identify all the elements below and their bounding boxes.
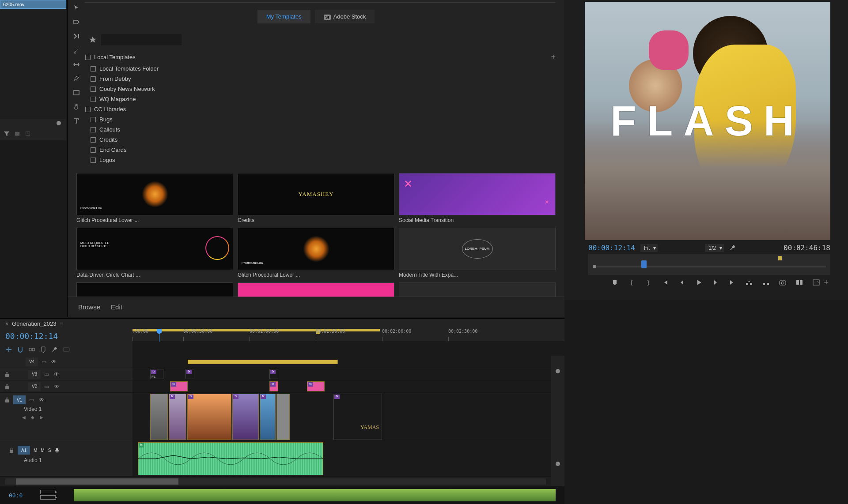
clip[interactable]: fx (170, 381, 188, 391)
goto-out-icon[interactable] (728, 278, 736, 286)
template-item[interactable]: Orange Sherbet Left (399, 282, 556, 297)
clip[interactable] (150, 394, 168, 440)
source-preview[interactable] (74, 489, 556, 501)
tree-item[interactable]: Local Templates Folder (76, 64, 556, 74)
checkbox[interactable] (91, 147, 96, 153)
extract-icon[interactable] (762, 278, 770, 286)
play-icon[interactable] (695, 278, 703, 286)
step-fwd-icon[interactable] (712, 278, 719, 286)
track-toggle-v1[interactable]: V1 (13, 395, 26, 404)
marker-icon[interactable] (40, 346, 47, 353)
track-select-tool[interactable] (72, 18, 81, 26)
export-frame-icon[interactable] (779, 278, 787, 286)
tree-item[interactable]: Callouts (76, 124, 556, 135)
type-tool[interactable] (72, 117, 81, 125)
selection-tool[interactable] (72, 4, 81, 12)
template-item[interactable]: MINIMALBold Minimal Title (76, 282, 233, 297)
prev-keyframe-icon[interactable]: ◀ (22, 415, 26, 420)
rectangle-tool[interactable] (72, 88, 81, 97)
clip[interactable]: fx (269, 381, 278, 391)
eye-icon[interactable]: 👁 (54, 384, 59, 390)
checkbox[interactable] (91, 137, 96, 143)
marker[interactable] (778, 256, 782, 260)
zoom-handle[interactable] (57, 121, 61, 125)
slip-tool[interactable] (72, 60, 81, 69)
playhead-thumb[interactable] (641, 260, 647, 268)
tree-item[interactable]: Logos (76, 155, 556, 165)
in-point[interactable] (593, 265, 596, 268)
current-timecode[interactable]: 00:00:12:14 (588, 244, 635, 252)
clip[interactable]: fx (260, 394, 276, 440)
clip[interactable]: fx (169, 394, 186, 440)
add-folder-icon[interactable]: + (551, 53, 556, 62)
checkbox[interactable] (91, 97, 96, 102)
checkbox[interactable] (85, 107, 91, 112)
razor-tool[interactable] (72, 46, 81, 55)
export-icon[interactable] (25, 131, 31, 137)
solo-button[interactable]: S (48, 448, 51, 453)
step-back-icon[interactable] (678, 278, 686, 286)
resolution-select[interactable]: 1/2 (705, 244, 724, 252)
monitor-timebar[interactable] (588, 254, 830, 275)
tree-item[interactable]: Credits (76, 135, 556, 145)
timeline-playhead[interactable] (159, 329, 159, 342)
tree-item[interactable]: Gooby News Network (76, 84, 556, 94)
filter-icon[interactable] (4, 131, 10, 137)
mute-button[interactable]: M (41, 448, 44, 453)
vscroll-handle[interactable] (556, 462, 560, 466)
lock-icon[interactable] (4, 384, 10, 390)
caption-icon[interactable] (63, 346, 70, 353)
pen-tool[interactable] (72, 74, 81, 83)
add-keyframe-icon[interactable]: ◆ (31, 415, 34, 420)
bracket-out-icon[interactable]: } (644, 278, 652, 286)
tree-local-templates[interactable]: ▾ Local Templates + (76, 51, 556, 64)
checkbox[interactable] (91, 87, 96, 92)
tab-my-templates[interactable]: My Templates (257, 10, 310, 23)
edit-tab[interactable]: Edit (111, 303, 122, 311)
eye-icon[interactable]: 👁 (51, 359, 57, 365)
zoom-select[interactable]: Fit (640, 244, 658, 252)
clip[interactable]: fx (186, 369, 194, 379)
template-item[interactable]: Procedural LowGlitch Procedural Lower ..… (76, 173, 233, 223)
clip[interactable] (276, 394, 290, 440)
track-toggle-v2[interactable]: V2 (28, 382, 41, 391)
new-item-icon[interactable] (14, 131, 20, 137)
lift-icon[interactable] (745, 278, 753, 286)
safe-margins-icon[interactable] (812, 278, 820, 286)
selected-clip[interactable]: 6205.mov (0, 0, 66, 9)
bracket-in-icon[interactable]: { (628, 278, 636, 286)
clip[interactable] (188, 360, 338, 364)
source-timecode[interactable]: 00:0 (9, 492, 23, 499)
audio-clip[interactable]: fx (138, 442, 323, 475)
tree-item[interactable]: Bugs (76, 114, 556, 124)
next-keyframe-icon[interactable]: ▶ (40, 415, 43, 420)
template-item[interactable]: ✕delete later (238, 282, 394, 297)
tree-item[interactable]: From Debby (76, 74, 556, 84)
eye-icon[interactable]: 👁 (54, 371, 59, 377)
track-toggle-v3[interactable]: V3 (28, 370, 41, 379)
snap-icon[interactable] (17, 346, 24, 353)
template-item[interactable]: ✕✕Social Media Transition (399, 173, 556, 223)
favorites-icon[interactable] (89, 36, 97, 44)
sequence-name[interactable]: Generation_2023 (12, 320, 56, 327)
goto-in-icon[interactable] (661, 278, 669, 286)
clip[interactable]: fx (269, 369, 278, 379)
search-input[interactable] (101, 34, 182, 45)
tree-item[interactable]: End Cards (76, 145, 556, 155)
tree-item[interactable]: WQ Magazine (76, 94, 556, 104)
checkbox[interactable] (91, 127, 96, 132)
tree-cc-libraries[interactable]: ▾ CC Libraries (76, 104, 556, 114)
linked-selection-icon[interactable] (28, 346, 35, 353)
mark-in-icon[interactable] (611, 278, 619, 286)
timeline-timecode[interactable]: 00:00:12:14 (0, 329, 132, 343)
insert-icon[interactable] (5, 346, 12, 353)
template-item[interactable]: YAMASHEYCredits (238, 173, 394, 223)
vscroll-handle[interactable] (556, 369, 560, 373)
clip[interactable]: fx (307, 381, 325, 391)
settings-icon[interactable] (51, 346, 58, 353)
tab-adobe-stock[interactable]: StAdobe Stock (315, 10, 375, 23)
insert-overwrite-icon[interactable] (40, 490, 56, 500)
voiceover-icon[interactable] (54, 448, 60, 453)
mute-icon[interactable]: ▭ (42, 359, 48, 365)
checkbox[interactable] (85, 55, 91, 60)
